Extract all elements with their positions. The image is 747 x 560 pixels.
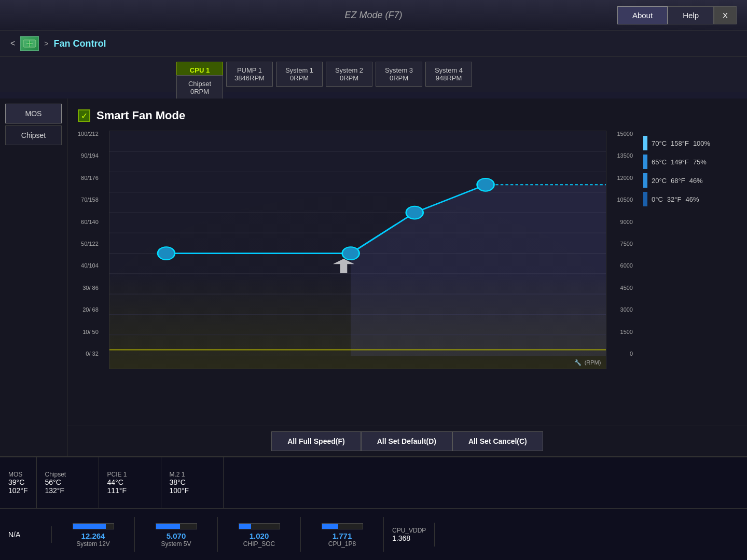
legend-item-2: 20°C 68°F 46% [643, 173, 737, 188]
main-content: ✓ Smart Fan Mode 100/212 90/194 80/176 7… [67, 99, 747, 456]
fan-tab-chipset-name: Chipset [184, 80, 215, 88]
mos-temp-c: 39°C [8, 478, 28, 486]
chipset-temp-f: 132°F [45, 486, 90, 495]
chipset-tab[interactable]: Chipset [5, 125, 62, 145]
chipset-status-label: Chipset [45, 471, 90, 478]
chipsoc-voltage: 1.020 CHIP_SOC [218, 517, 301, 552]
fan-tab-pump1-name: PUMP 1 [234, 66, 265, 74]
pcie-status: PCIE 1 44°C 111°F [99, 457, 161, 508]
ez-mode-title: EZ Mode (F7) [344, 10, 402, 21]
legend-bar-3 [643, 192, 647, 206]
fan-tab-sys4-rpm: 948RPM [433, 74, 464, 82]
help-button[interactable]: Help [668, 6, 714, 24]
na-value: N/A [8, 530, 43, 539]
fan-tab-sys1-name: System 1 [284, 66, 315, 74]
y-axis-labels: 100/212 90/194 80/176 70/158 60/140 50/1… [78, 131, 99, 369]
chipset-temp-c: 56°C [45, 478, 90, 486]
full-speed-button[interactable]: All Full Speed(F) [271, 431, 361, 451]
legend-item-1: 65°C 149°F 75% [643, 155, 737, 169]
page-title: Fan Control [54, 38, 106, 49]
sys5v-voltage: 5.070 System 5V [135, 517, 218, 552]
set-default-button[interactable]: All Set Default(D) [361, 431, 452, 451]
nav-breadcrumb: < > Fan Control [0, 31, 747, 57]
m2-temp-f: 100°F [170, 486, 215, 495]
nav-back-button[interactable]: < [10, 39, 15, 48]
m2-temp-c: 38°C [170, 478, 215, 486]
pcie-temp-c: 44°C [107, 478, 153, 486]
sys12v-value: 12.264 [81, 531, 105, 540]
fan-tab-pump1-rpm: 3846RPM [234, 74, 265, 82]
action-buttons: All Full Speed(F) All Set Default(D) All… [67, 426, 747, 456]
chipsoc-value: 1.020 [250, 531, 269, 540]
legend-bar-0 [643, 136, 647, 150]
chipsoc-label: CHIP_SOC [243, 540, 275, 548]
fan-tab-sys1[interactable]: System 1 0RPM [276, 62, 323, 87]
nav-arrow: > [44, 39, 48, 48]
fan-tab-sys3-name: System 3 [383, 66, 414, 74]
svg-point-17 [158, 247, 175, 260]
rpm-y-axis: 15000 13500 12000 10500 9000 7500 6000 4… [617, 131, 633, 369]
cpu-vddp-label: CPU_VDDP [392, 527, 426, 534]
cpu1p8-fill [322, 524, 338, 529]
smart-fan-header: ✓ Smart Fan Mode [78, 109, 737, 122]
mos-temp-f: 102°F [8, 486, 28, 495]
sys5v-label: System 5V [161, 540, 191, 548]
fan-tab-cpu1-name: CPU 1 [184, 66, 215, 74]
fan-chart-container: 100/212 90/194 80/176 70/158 60/140 50/1… [78, 131, 737, 369]
cpu1p8-voltage: 1.771 CPU_1P8 [301, 517, 384, 552]
fan-tab-sys2-name: System 2 [334, 66, 365, 74]
pcie-label: PCIE 1 [107, 471, 153, 478]
svg-point-18 [342, 247, 359, 260]
na-status: N/A [0, 526, 52, 543]
cpu1p8-bar [322, 523, 363, 529]
chart-rpm-label: 🔧 (RPM) [109, 356, 606, 369]
m2-label: M.2 1 [170, 471, 215, 478]
cpu1p8-value: 1.771 [333, 531, 352, 540]
cpu-vddp-value: 1.368 [392, 534, 426, 542]
cpu-vddp-status: CPU_VDDP 1.368 [384, 523, 435, 547]
sys12v-fill [73, 524, 106, 529]
fan-tab-sys3[interactable]: System 3 0RPM [376, 62, 422, 87]
top-bar-buttons: About Help X [617, 6, 737, 24]
cpu1p8-label: CPU_1P8 [328, 540, 356, 548]
legend-bar-1 [643, 155, 647, 169]
status-bar: MOS 39°C 102°F Chipset 56°C 132°F PCIE 1… [0, 456, 747, 560]
fan-tab-sys4[interactable]: System 4 948RPM [425, 62, 472, 87]
sys5v-bar [156, 523, 197, 529]
mos-left-sidebar: MOS Chipset [0, 99, 67, 456]
sys5v-fill [156, 524, 181, 529]
close-button[interactable]: X [714, 6, 737, 24]
sys12v-label: System 12V [76, 540, 110, 548]
smart-fan-checkbox[interactable]: ✓ [78, 109, 90, 122]
legend-item-0: 70°C 158°F 100% [643, 136, 737, 150]
sys12v-voltage: 12.264 System 12V [52, 517, 135, 552]
svg-point-20 [477, 178, 494, 191]
chipset-status: Chipset 56°C 132°F [37, 457, 99, 508]
fan-control-icon [20, 36, 39, 51]
fan-tab-sys4-name: System 4 [433, 66, 464, 74]
chipsoc-bar [239, 523, 280, 529]
mos-status: MOS 39°C 102°F [0, 457, 37, 508]
sys12v-bar [73, 523, 114, 529]
mos-tab[interactable]: MOS [5, 104, 62, 123]
svg-point-19 [406, 206, 423, 219]
sys5v-value: 5.070 [167, 531, 186, 540]
set-cancel-button[interactable]: All Set Cancel(C) [452, 431, 543, 451]
chipsoc-fill [239, 524, 251, 529]
top-bar: EZ Mode (F7) About Help X [0, 0, 747, 31]
fan-tab-sys2[interactable]: System 2 0RPM [326, 62, 372, 87]
legend-panel: 70°C 158°F 100% 65°C 149°F 75% 20°C 68°F… [643, 131, 737, 369]
temp-status-row: MOS 39°C 102°F Chipset 56°C 132°F PCIE 1… [0, 457, 747, 509]
pcie-temp-f: 111°F [107, 486, 153, 495]
fan-tab-sys2-rpm: 0RPM [334, 74, 365, 82]
fan-tab-sys1-rpm: 0RPM [284, 74, 315, 82]
voltage-status-row: N/A 12.264 System 12V 5.070 System 5V 1.… [0, 509, 747, 560]
m2-status: M.2 1 38°C 100°F [161, 457, 224, 508]
about-button[interactable]: About [617, 6, 668, 24]
legend-bar-2 [643, 173, 647, 188]
fan-tab-chipset[interactable]: Chipset 0RPM [176, 75, 223, 100]
fan-tab-pump1[interactable]: PUMP 1 3846RPM [226, 62, 273, 87]
legend-item-3: 0°C 32°F 46% [643, 192, 737, 206]
fan-tab-chipset-rpm: 0RPM [184, 88, 215, 95]
fan-curve-chart[interactable]: 🔧 (RPM) [109, 131, 607, 369]
